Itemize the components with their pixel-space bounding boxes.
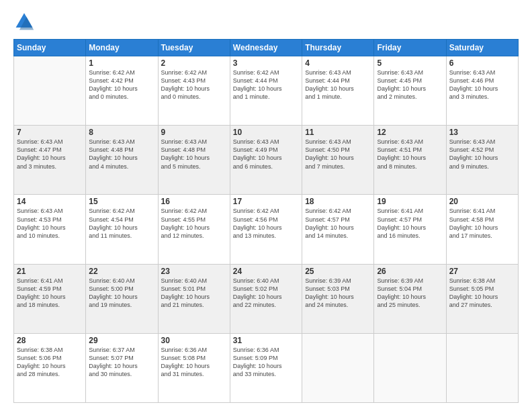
day-number: 20 — [449, 197, 515, 206]
day-number: 3 — [233, 58, 299, 68]
day-info: Sunrise: 6:43 AM Sunset: 4:48 PM Dayligh… — [161, 138, 227, 171]
day-info: Sunrise: 6:42 AM Sunset: 4:44 PM Dayligh… — [233, 68, 299, 101]
day-info: Sunrise: 6:41 AM Sunset: 4:59 PM Dayligh… — [17, 277, 83, 310]
day-info: Sunrise: 6:43 AM Sunset: 4:51 PM Dayligh… — [377, 138, 443, 171]
calendar-week-row: 14Sunrise: 6:43 AM Sunset: 4:53 PM Dayli… — [14, 195, 519, 264]
calendar-cell: 10Sunrise: 6:43 AM Sunset: 4:49 PM Dayli… — [230, 126, 302, 195]
day-number: 22 — [89, 267, 154, 276]
calendar-cell: 26Sunrise: 6:39 AM Sunset: 5:04 PM Dayli… — [374, 264, 446, 333]
calendar-cell: 20Sunrise: 6:41 AM Sunset: 4:58 PM Dayli… — [446, 195, 518, 264]
calendar-cell — [374, 333, 446, 402]
day-number: 4 — [305, 58, 371, 68]
calendar-cell: 8Sunrise: 6:43 AM Sunset: 4:48 PM Daylig… — [86, 126, 158, 195]
day-info: Sunrise: 6:40 AM Sunset: 5:02 PM Dayligh… — [233, 277, 299, 310]
day-info: Sunrise: 6:43 AM Sunset: 4:52 PM Dayligh… — [449, 138, 515, 171]
day-number: 18 — [305, 197, 371, 206]
calendar-cell — [446, 333, 518, 402]
weekday-header-thursday: Thursday — [302, 40, 374, 56]
calendar-cell — [302, 333, 374, 402]
calendar-week-row: 1Sunrise: 6:42 AM Sunset: 4:42 PM Daylig… — [14, 56, 519, 126]
day-info: Sunrise: 6:41 AM Sunset: 4:58 PM Dayligh… — [449, 207, 515, 240]
day-number: 5 — [377, 58, 443, 68]
day-number: 12 — [377, 128, 443, 137]
calendar-cell: 24Sunrise: 6:40 AM Sunset: 5:02 PM Dayli… — [230, 264, 302, 333]
day-info: Sunrise: 6:43 AM Sunset: 4:45 PM Dayligh… — [377, 68, 443, 101]
day-number: 9 — [161, 128, 227, 137]
day-info: Sunrise: 6:42 AM Sunset: 4:55 PM Dayligh… — [161, 207, 227, 240]
calendar-cell: 11Sunrise: 6:43 AM Sunset: 4:50 PM Dayli… — [302, 126, 374, 195]
day-info: Sunrise: 6:40 AM Sunset: 5:01 PM Dayligh… — [161, 277, 227, 310]
day-info: Sunrise: 6:42 AM Sunset: 4:54 PM Dayligh… — [89, 207, 154, 240]
day-number: 11 — [305, 128, 371, 137]
day-info: Sunrise: 6:41 AM Sunset: 4:57 PM Dayligh… — [377, 207, 443, 240]
calendar-cell: 12Sunrise: 6:43 AM Sunset: 4:51 PM Dayli… — [374, 126, 446, 195]
calendar-cell: 27Sunrise: 6:38 AM Sunset: 5:05 PM Dayli… — [446, 264, 518, 333]
calendar-cell: 28Sunrise: 6:38 AM Sunset: 5:06 PM Dayli… — [14, 333, 86, 402]
calendar-cell: 18Sunrise: 6:42 AM Sunset: 4:57 PM Dayli… — [302, 195, 374, 264]
weekday-header-wednesday: Wednesday — [230, 40, 302, 56]
calendar-cell: 3Sunrise: 6:42 AM Sunset: 4:44 PM Daylig… — [230, 56, 302, 126]
weekday-header-sunday: Sunday — [14, 40, 86, 56]
day-number: 6 — [449, 58, 515, 68]
day-number: 24 — [233, 267, 299, 276]
day-info: Sunrise: 6:39 AM Sunset: 5:04 PM Dayligh… — [377, 277, 443, 310]
calendar-cell: 17Sunrise: 6:42 AM Sunset: 4:56 PM Dayli… — [230, 195, 302, 264]
day-info: Sunrise: 6:43 AM Sunset: 4:44 PM Dayligh… — [305, 68, 371, 101]
day-info: Sunrise: 6:36 AM Sunset: 5:08 PM Dayligh… — [161, 346, 227, 379]
logo-icon — [13, 11, 35, 32]
logo — [13, 11, 38, 32]
day-number: 17 — [233, 197, 299, 206]
day-number: 25 — [305, 267, 371, 276]
day-info: Sunrise: 6:42 AM Sunset: 4:56 PM Dayligh… — [233, 207, 299, 240]
day-number: 27 — [449, 267, 515, 276]
day-info: Sunrise: 6:42 AM Sunset: 4:42 PM Dayligh… — [89, 68, 154, 101]
day-number: 29 — [89, 336, 154, 345]
calendar-cell: 30Sunrise: 6:36 AM Sunset: 5:08 PM Dayli… — [158, 333, 230, 402]
day-number: 1 — [89, 58, 154, 68]
calendar-table: SundayMondayTuesdayWednesdayThursdayFrid… — [13, 39, 519, 403]
header — [13, 11, 519, 32]
day-number: 26 — [377, 267, 443, 276]
calendar-cell: 1Sunrise: 6:42 AM Sunset: 4:42 PM Daylig… — [86, 56, 158, 126]
calendar-week-row: 21Sunrise: 6:41 AM Sunset: 4:59 PM Dayli… — [14, 264, 519, 333]
day-number: 8 — [89, 128, 154, 137]
day-info: Sunrise: 6:43 AM Sunset: 4:53 PM Dayligh… — [17, 207, 83, 240]
day-number: 28 — [17, 336, 83, 345]
day-info: Sunrise: 6:43 AM Sunset: 4:49 PM Dayligh… — [233, 138, 299, 171]
calendar-cell: 6Sunrise: 6:43 AM Sunset: 4:46 PM Daylig… — [446, 56, 518, 126]
day-number: 14 — [17, 197, 83, 206]
calendar-cell: 19Sunrise: 6:41 AM Sunset: 4:57 PM Dayli… — [374, 195, 446, 264]
calendar-cell: 31Sunrise: 6:36 AM Sunset: 5:09 PM Dayli… — [230, 333, 302, 402]
day-number: 19 — [377, 197, 443, 206]
day-number: 31 — [233, 336, 299, 345]
calendar-cell: 22Sunrise: 6:40 AM Sunset: 5:00 PM Dayli… — [86, 264, 158, 333]
calendar-cell: 21Sunrise: 6:41 AM Sunset: 4:59 PM Dayli… — [14, 264, 86, 333]
calendar-cell: 14Sunrise: 6:43 AM Sunset: 4:53 PM Dayli… — [14, 195, 86, 264]
day-number: 15 — [89, 197, 154, 206]
day-number: 13 — [449, 128, 515, 137]
day-info: Sunrise: 6:42 AM Sunset: 4:57 PM Dayligh… — [305, 207, 371, 240]
day-info: Sunrise: 6:42 AM Sunset: 4:43 PM Dayligh… — [161, 68, 227, 101]
day-info: Sunrise: 6:39 AM Sunset: 5:03 PM Dayligh… — [305, 277, 371, 310]
calendar-header-row: SundayMondayTuesdayWednesdayThursdayFrid… — [14, 40, 519, 56]
day-number: 7 — [17, 128, 83, 137]
day-info: Sunrise: 6:40 AM Sunset: 5:00 PM Dayligh… — [89, 277, 154, 310]
calendar-cell: 23Sunrise: 6:40 AM Sunset: 5:01 PM Dayli… — [158, 264, 230, 333]
page: SundayMondayTuesdayWednesdayThursdayFrid… — [0, 0, 532, 411]
day-info: Sunrise: 6:38 AM Sunset: 5:05 PM Dayligh… — [449, 277, 515, 310]
calendar-week-row: 28Sunrise: 6:38 AM Sunset: 5:06 PM Dayli… — [14, 333, 519, 402]
day-info: Sunrise: 6:43 AM Sunset: 4:50 PM Dayligh… — [305, 138, 371, 171]
calendar-cell: 5Sunrise: 6:43 AM Sunset: 4:45 PM Daylig… — [374, 56, 446, 126]
weekday-header-saturday: Saturday — [446, 40, 518, 56]
day-info: Sunrise: 6:43 AM Sunset: 4:48 PM Dayligh… — [89, 138, 154, 171]
day-number: 21 — [17, 267, 83, 276]
day-number: 30 — [161, 336, 227, 345]
calendar-cell: 15Sunrise: 6:42 AM Sunset: 4:54 PM Dayli… — [86, 195, 158, 264]
day-info: Sunrise: 6:37 AM Sunset: 5:07 PM Dayligh… — [89, 346, 154, 379]
weekday-header-tuesday: Tuesday — [158, 40, 230, 56]
day-number: 16 — [161, 197, 227, 206]
calendar-cell — [14, 56, 86, 126]
calendar-cell: 29Sunrise: 6:37 AM Sunset: 5:07 PM Dayli… — [86, 333, 158, 402]
calendar-cell: 4Sunrise: 6:43 AM Sunset: 4:44 PM Daylig… — [302, 56, 374, 126]
day-info: Sunrise: 6:38 AM Sunset: 5:06 PM Dayligh… — [17, 346, 83, 379]
